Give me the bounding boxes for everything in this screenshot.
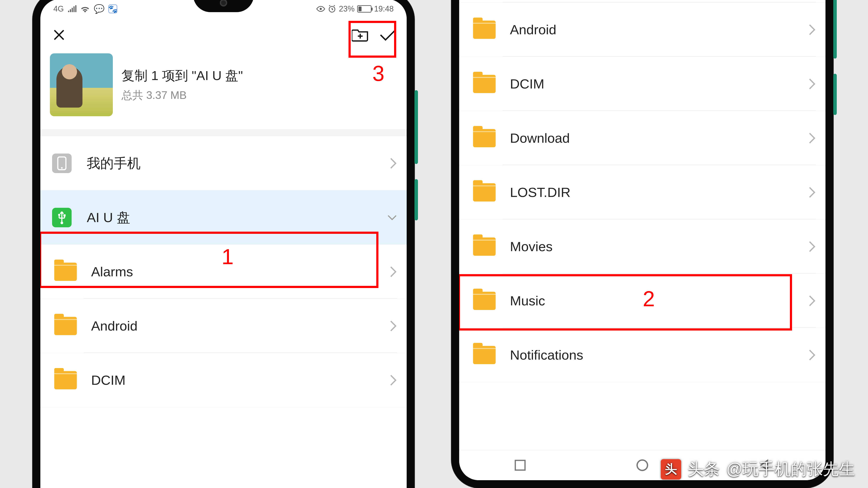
copy-subtitle: 总共 3.37 MB bbox=[122, 88, 243, 103]
close-icon bbox=[52, 28, 66, 42]
chevron-right-icon bbox=[808, 349, 816, 361]
folder-label: Music bbox=[510, 293, 808, 308]
phone-icon bbox=[52, 154, 72, 173]
folder-icon bbox=[473, 237, 496, 256]
chevron-right-icon bbox=[389, 374, 397, 386]
folder-icon bbox=[473, 183, 496, 201]
chevron-right-icon bbox=[808, 295, 816, 307]
folder-icon bbox=[54, 317, 77, 335]
watermark-author: @玩手机的张先生 bbox=[726, 458, 855, 480]
chevron-right-icon bbox=[808, 24, 816, 36]
copy-info-block: 复制 1 项到 "AI U 盘" 总共 3.37 MB bbox=[40, 51, 407, 129]
svg-rect-7 bbox=[515, 460, 525, 470]
new-folder-icon bbox=[352, 28, 369, 42]
new-folder-button[interactable] bbox=[351, 26, 369, 44]
folder-label: LOST.DIR bbox=[510, 185, 808, 200]
svg-rect-5 bbox=[63, 214, 65, 217]
folder-icon bbox=[54, 371, 77, 389]
chevron-down-icon bbox=[387, 214, 397, 222]
location-usb-label: AI U 盘 bbox=[87, 208, 387, 227]
phone-side-button-2 bbox=[414, 179, 418, 220]
folder-icon bbox=[473, 129, 496, 147]
folder-icon bbox=[54, 263, 77, 281]
svg-point-8 bbox=[637, 460, 648, 470]
folder-item-dcim[interactable]: DCIM bbox=[40, 353, 407, 407]
chevron-right-icon bbox=[808, 78, 816, 90]
signal-icon bbox=[68, 5, 76, 13]
phone-side-button-2 bbox=[833, 74, 837, 115]
location-phone-label: 我的手机 bbox=[87, 154, 389, 172]
file-thumbnail bbox=[50, 53, 113, 116]
location-usb-drive[interactable]: AI U 盘 bbox=[40, 190, 407, 245]
folder-icon bbox=[473, 292, 496, 310]
folder-label: DCIM bbox=[91, 372, 389, 388]
folder-item-dcim[interactable]: DCIM bbox=[459, 57, 826, 111]
check-icon bbox=[379, 28, 397, 42]
chevron-right-icon bbox=[808, 240, 816, 253]
folder-label: Download bbox=[510, 130, 808, 146]
action-bar bbox=[40, 19, 407, 51]
section-divider bbox=[40, 129, 407, 136]
svg-point-0 bbox=[320, 8, 322, 10]
chevron-right-icon bbox=[808, 132, 816, 144]
chevron-right-icon bbox=[389, 266, 397, 278]
folder-label: Android bbox=[510, 22, 808, 37]
network-label: 4G bbox=[53, 4, 64, 13]
folder-item-download[interactable]: Download bbox=[459, 111, 826, 165]
folder-label: Movies bbox=[510, 239, 808, 254]
nav-recent-icon[interactable] bbox=[514, 459, 526, 471]
clock-time: 19:48 bbox=[374, 4, 394, 13]
folder-icon bbox=[473, 21, 496, 39]
folder-item-android[interactable]: Android bbox=[40, 299, 407, 353]
toutiao-logo-icon: 头 bbox=[661, 459, 681, 480]
folder-item-movies[interactable]: Movies bbox=[459, 220, 826, 274]
chevron-right-icon bbox=[389, 320, 397, 332]
folder-item-lostdir[interactable]: LOST.DIR bbox=[459, 165, 826, 220]
copy-title: 复制 1 项到 "AI U 盘" bbox=[122, 67, 243, 85]
alarm-icon bbox=[328, 5, 336, 13]
folder-item-alarms[interactable]: Alarms bbox=[459, 0, 826, 3]
phone-mockup-right: Alarms Android DCIM Download LOST.DIR bbox=[452, 0, 833, 488]
folder-label: Alarms bbox=[91, 264, 389, 279]
phone-side-button-1 bbox=[833, 0, 837, 59]
folder-item-notifications[interactable]: Notifications bbox=[459, 328, 826, 382]
watermark: 头 头条 @玩手机的张先生 bbox=[661, 458, 855, 480]
folder-item-android[interactable]: Android bbox=[459, 3, 826, 57]
location-my-phone[interactable]: 我的手机 bbox=[40, 136, 407, 190]
folder-item-music[interactable]: Music bbox=[459, 274, 826, 328]
svg-point-3 bbox=[61, 167, 62, 168]
eye-icon bbox=[316, 5, 325, 13]
usb-icon bbox=[52, 208, 72, 227]
folder-label: Android bbox=[91, 318, 389, 333]
phone-mockup-left: 4G 💬 🐾 23% 19:48 bbox=[33, 0, 414, 488]
battery-pct: 23% bbox=[339, 4, 354, 13]
watermark-brand: 头条 bbox=[688, 458, 720, 480]
folder-icon bbox=[473, 346, 496, 364]
close-button[interactable] bbox=[50, 26, 68, 44]
svg-point-6 bbox=[61, 222, 63, 224]
chevron-right-icon bbox=[808, 186, 816, 198]
folder-item-alarms[interactable]: Alarms bbox=[40, 245, 407, 299]
battery-icon bbox=[357, 5, 372, 12]
chevron-right-icon bbox=[389, 157, 397, 169]
folder-label: DCIM bbox=[510, 76, 808, 92]
nav-home-icon[interactable] bbox=[636, 459, 649, 472]
svg-point-4 bbox=[58, 214, 60, 216]
app-status-icon: 🐾 bbox=[108, 5, 117, 13]
wechat-status-icon: 💬 bbox=[94, 4, 104, 14]
folder-label: Notifications bbox=[510, 347, 808, 363]
confirm-button[interactable] bbox=[379, 26, 397, 44]
folder-icon bbox=[473, 75, 496, 93]
wifi-icon bbox=[80, 5, 90, 13]
phone-side-button-1 bbox=[414, 90, 418, 164]
